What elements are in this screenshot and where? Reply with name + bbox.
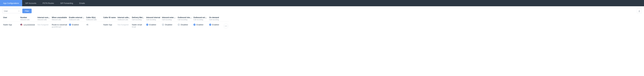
col-caller-ids[interactable]: Caller ID(s) Outbound calls — [85, 16, 102, 22]
check-circle-icon — [69, 24, 71, 26]
col-enable-external[interactable]: Enable external ... Outbound calls — [68, 16, 85, 22]
tab-emails[interactable]: Emails — [76, 0, 88, 6]
cell-outbound-internal: Disabled — [177, 22, 192, 28]
cell-delivery-method: Nader email Email — [131, 22, 145, 30]
cell-inbound-internal: Enabled — [145, 22, 161, 28]
cell-caller-ids: +5 — [85, 22, 102, 28]
col-inbound-external[interactable]: Inbound external Call recording — [161, 16, 177, 22]
data-table: User Number Inbound calls Internal num..… — [0, 15, 644, 31]
filter-button[interactable]: Filter — [22, 9, 32, 13]
when-unavailable-value: Route to voicemail — [52, 24, 67, 26]
cell-internal-number: Not Assigned — [36, 22, 51, 28]
x-circle-icon — [162, 24, 164, 26]
cell-actions — [222, 22, 229, 31]
tab-sip-forwarding[interactable]: SIP Forwarding — [57, 0, 76, 6]
tab-app-configurations[interactable]: App Configurations — [0, 0, 22, 6]
tab-sip-accounts[interactable]: SIP Accounts — [22, 0, 40, 6]
check-circle-icon — [194, 24, 196, 26]
toolbar: User ▾ Filter — [0, 6, 644, 15]
cell-user: Nader App — [2, 22, 20, 28]
download-icon — [638, 10, 640, 12]
col-caller-id-name[interactable]: Caller ID name — [102, 16, 117, 20]
on-demand-label: Enabled — [212, 24, 219, 26]
internal-number-value: Not Assigned — [38, 24, 48, 26]
inbound-internal-label: Enabled — [149, 24, 156, 26]
cell-outbound-external: Enabled — [192, 22, 208, 28]
col-user[interactable]: User — [2, 16, 20, 20]
delivery-method-sub: Email — [132, 26, 136, 28]
caller-id-name-value: Nader App — [103, 24, 112, 26]
outbound-external-label: Enabled — [196, 24, 203, 26]
filter-field-label: User — [4, 10, 8, 12]
row-more-button[interactable] — [224, 24, 228, 29]
col-delivery-method[interactable]: Delivery Met... Call recording — [131, 16, 145, 22]
col-on-demand[interactable]: On demand Call recording — [208, 16, 222, 22]
col-inbound-internal[interactable]: Inbound internal Call recording — [145, 16, 161, 22]
more-horizontal-icon — [225, 26, 227, 26]
cell-number: 12123333334 — [20, 22, 36, 28]
number-value: 12123333334 — [24, 24, 35, 26]
filter-field-select[interactable]: User ▾ — [2, 9, 21, 13]
when-unavailable-sub: goodVM.mp3 — [52, 26, 61, 28]
check-circle-icon — [209, 24, 211, 26]
delivery-method-value: Nader email — [132, 24, 142, 26]
col-internal-number[interactable]: Internal num... Inbound calls — [36, 16, 51, 22]
tab-pstn-routes[interactable]: PSTN Routes — [40, 0, 57, 6]
inbound-external-label: Disabled — [165, 24, 172, 26]
internal-caller-value: Not Assigned — [118, 24, 128, 26]
x-circle-icon — [178, 24, 180, 26]
svg-point-4 — [225, 26, 225, 26]
cell-on-demand: Enabled — [208, 22, 222, 28]
cell-when-unavailable: Route to voicemail goodVM.mp3 — [51, 22, 68, 30]
col-number[interactable]: Number Inbound calls — [20, 16, 36, 22]
col-when-unavailable[interactable]: When unavailable Inbound calls — [51, 16, 68, 22]
cell-enable-external: Enabled — [68, 22, 85, 28]
col-internal-caller[interactable]: Internal calle... Outbound calls — [117, 16, 131, 22]
svg-point-6 — [226, 26, 227, 26]
user-name: Nader App — [3, 24, 12, 26]
download-button[interactable] — [637, 8, 642, 13]
col-actions — [222, 16, 229, 17]
flag-us-icon — [20, 24, 22, 26]
check-circle-icon — [146, 24, 148, 26]
chevron-down-icon: ▾ — [18, 10, 19, 12]
caller-ids-value: +5 — [86, 24, 88, 26]
col-outbound-internal[interactable]: Outbound internal Call recording — [177, 16, 192, 22]
cell-inbound-external: Disabled — [161, 22, 177, 28]
enable-external-label: Enabled — [72, 24, 79, 26]
outbound-internal-label: Disabled — [181, 24, 188, 26]
svg-point-5 — [226, 26, 226, 26]
col-outbound-external[interactable]: Outbound exter... Call recording — [192, 16, 208, 22]
tab-bar: App Configurations SIP Accounts PSTN Rou… — [0, 0, 644, 6]
cell-internal-caller: Not Assigned — [117, 22, 131, 28]
cell-caller-id-name: Nader App — [102, 22, 117, 28]
